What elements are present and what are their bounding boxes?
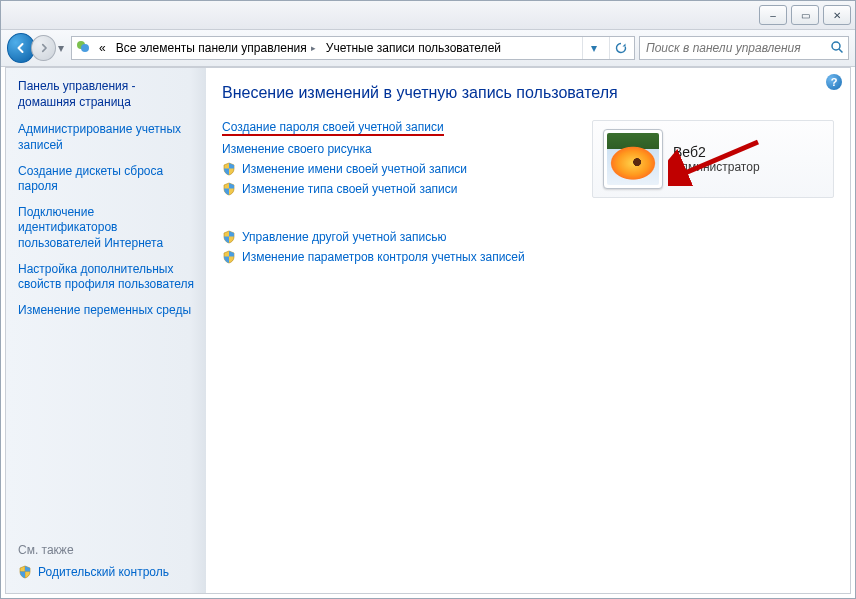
- help-button[interactable]: ?: [826, 74, 842, 90]
- forward-button[interactable]: [31, 35, 56, 61]
- account-name: Веб2: [673, 144, 760, 160]
- related-link-label: Родительский контроль: [38, 565, 169, 579]
- control-panel-home-link[interactable]: Панель управления - домашняя страница: [18, 78, 206, 110]
- navigation-bar: ▾ « Все элементы панели управления ▸ Уче…: [1, 30, 855, 67]
- main-panel: ? Внесение изменений в учетную запись по…: [206, 68, 850, 593]
- link-create-password[interactable]: Создание пароля своей учетной записи: [222, 120, 564, 136]
- shield-icon: [222, 182, 236, 196]
- svg-point-2: [832, 42, 840, 50]
- see-also-heading: См. также: [18, 543, 206, 557]
- search-input[interactable]: [644, 40, 826, 56]
- page-title: Внесение изменений в учетную запись поль…: [222, 84, 834, 102]
- address-dropdown[interactable]: ▾: [582, 37, 605, 59]
- maximize-button[interactable]: ▭: [791, 5, 819, 25]
- breadcrumb-segment-1[interactable]: Все элементы панели управления ▸: [113, 41, 319, 55]
- address-bar[interactable]: « Все элементы панели управления ▸ Учетн…: [71, 36, 635, 60]
- sidebar-task-advanced-profile[interactable]: Настройка дополнительных свойств профиля…: [18, 262, 206, 293]
- arrow-left-icon: [15, 42, 27, 54]
- close-button[interactable]: ✕: [823, 5, 851, 25]
- parental-controls-link[interactable]: Родительский контроль: [18, 565, 206, 579]
- account-card: Веб2 Администратор: [592, 120, 834, 198]
- svg-line-3: [839, 49, 843, 53]
- history-dropdown[interactable]: ▾: [56, 41, 67, 55]
- breadcrumb-segment-2[interactable]: Учетные записи пользователей: [323, 41, 504, 55]
- shield-icon: [222, 230, 236, 244]
- sidebar-task-env-vars[interactable]: Изменение переменных среды: [18, 303, 206, 319]
- nav-buttons: ▾: [7, 33, 67, 63]
- avatar-image: [607, 133, 659, 185]
- shield-icon: [222, 250, 236, 264]
- window-titlebar: – ▭ ✕: [1, 1, 855, 30]
- chevron-right-icon: ▸: [311, 43, 316, 53]
- link-manage-another-account[interactable]: Управление другой учетной записью: [222, 230, 564, 244]
- content-frame: Панель управления - домашняя страница Ад…: [5, 67, 851, 594]
- account-role: Администратор: [673, 160, 760, 174]
- sidebar: Панель управления - домашняя страница Ад…: [6, 68, 206, 593]
- link-change-account-name[interactable]: Изменение имени своей учетной записи: [222, 162, 564, 176]
- shield-icon: [222, 162, 236, 176]
- arrow-right-icon: [39, 43, 49, 53]
- minimize-button[interactable]: –: [759, 5, 787, 25]
- search-box[interactable]: [639, 36, 849, 60]
- refresh-button[interactable]: [609, 37, 632, 59]
- control-panel-icon: [74, 39, 92, 58]
- refresh-icon: [615, 42, 627, 54]
- breadcrumb-prefix[interactable]: «: [96, 41, 109, 55]
- action-links: Создание пароля своей учетной записи Изм…: [222, 120, 564, 270]
- shield-icon: [18, 565, 32, 579]
- sidebar-task-manage-accounts[interactable]: Администрирование учетных записей: [18, 122, 206, 153]
- link-change-uac-settings[interactable]: Изменение параметров контроля учетных за…: [222, 250, 564, 264]
- sidebar-task-link-online-ids[interactable]: Подключение идентификаторов пользователе…: [18, 205, 206, 252]
- search-icon[interactable]: [830, 40, 844, 57]
- link-change-account-type[interactable]: Изменение типа своей учетной записи: [222, 182, 564, 196]
- svg-point-1: [81, 44, 89, 52]
- avatar: [603, 129, 663, 189]
- sidebar-task-password-reset-disk[interactable]: Создание дискеты сброса пароля: [18, 164, 206, 195]
- link-change-picture[interactable]: Изменение своего рисунка: [222, 142, 564, 156]
